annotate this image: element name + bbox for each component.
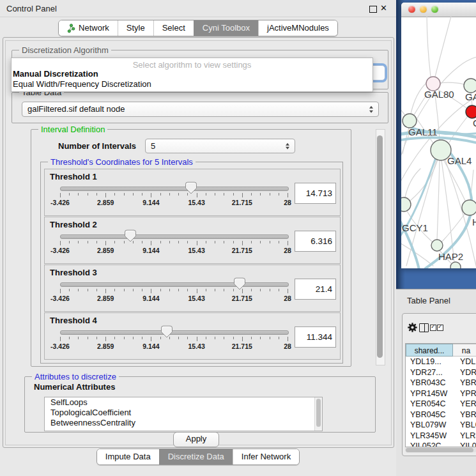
threshold-4-slider[interactable]: -3.4262.8599.14415.4321.71528 — [60, 313, 288, 359]
tab-select[interactable]: Select — [153, 20, 194, 36]
number-of-intervals-combobox[interactable]: 5 — [145, 139, 295, 153]
checkbox-icon[interactable] — [430, 325, 436, 331]
slider-thumb[interactable] — [185, 181, 197, 194]
list-scrollbar[interactable] — [314, 397, 322, 431]
network-node-c[interactable] — [466, 105, 476, 118]
threshold-3-box: Threshold 3-3.4262.8599.14415.4321.71528… — [44, 265, 341, 312]
tab-network[interactable]: Network — [59, 20, 118, 36]
scrollbar-thumb[interactable] — [377, 135, 383, 358]
close-icon[interactable]: ✕ — [380, 3, 387, 13]
table-row[interactable]: YBR045CYBR0 — [406, 410, 476, 420]
group-title: Discretization Algorithm — [19, 45, 111, 55]
vertical-scrollbar[interactable] — [376, 129, 385, 365]
network-node-hap2[interactable] — [431, 240, 443, 251]
network-node-gal11[interactable] — [403, 114, 417, 128]
threshold-4-value-field[interactable]: 11.344 — [295, 326, 336, 348]
table-row[interactable]: YDL19...YDL1 — [406, 357, 476, 367]
tab-label: Infer Network — [242, 449, 291, 464]
network-node-gcy1[interactable] — [401, 197, 411, 211]
list-item-selfloops[interactable]: SelfLoops — [45, 397, 322, 408]
apply-button[interactable]: Apply — [173, 432, 219, 447]
tick-label: 9.144 — [142, 247, 159, 254]
table-row[interactable]: YDR27...YDR2 — [406, 367, 476, 378]
cell-shared-name: YER054C — [406, 399, 456, 410]
slider-thumb[interactable] — [125, 229, 137, 242]
slider-thumb[interactable] — [161, 325, 173, 338]
dropdown-item-equal-width-frequency-discretization[interactable]: Equal Width/Frequency Discretization — [13, 79, 151, 89]
table-row[interactable]: YPR145WYPR1 — [406, 388, 476, 399]
threshold-1-slider[interactable]: -3.4262.8599.14415.4321.71528 — [60, 169, 288, 215]
table-data-combobox[interactable]: galFiltered.sif default node — [22, 102, 379, 117]
tick-label: 9.144 — [142, 342, 159, 350]
table-row[interactable]: YBL079WYBL0 — [406, 420, 476, 431]
network-edge[interactable] — [442, 213, 465, 242]
network-edge[interactable] — [427, 17, 431, 77]
table-panel-title: Table Panel — [407, 296, 450, 305]
close-traffic-light-icon[interactable] — [408, 6, 415, 13]
table-row[interactable]: YLR345WYLR3 — [406, 431, 476, 441]
tab-infer-network[interactable]: Infer Network — [233, 449, 299, 464]
tab-impute-data[interactable]: Impute Data — [97, 449, 159, 464]
threshold-3-value-field[interactable]: 21.4 — [295, 279, 336, 300]
gear-icon[interactable] — [407, 322, 418, 333]
network-node-node[interactable] — [450, 262, 461, 268]
threshold-1-box: Threshold 1-3.4262.8599.14415.4321.71528… — [44, 169, 341, 216]
table-row[interactable]: YIL052CYIL0 — [406, 441, 476, 447]
network-edge[interactable] — [435, 17, 452, 77]
network-window-titlebar — [401, 3, 476, 17]
slider-ticks — [60, 337, 288, 342]
minimize-traffic-light-icon[interactable] — [420, 6, 427, 13]
zoom-traffic-light-icon[interactable] — [431, 6, 438, 13]
network-node-h[interactable] — [462, 200, 476, 215]
combobox-value: 5 — [146, 139, 295, 151]
tick-label: -3.426 — [50, 199, 70, 206]
threshold-2-value-field[interactable]: 6.316 — [295, 231, 336, 252]
network-node-label-hap2: HAP2 — [438, 251, 463, 262]
tick-label: 15.43 — [188, 247, 204, 254]
cell-name: YBL0 — [456, 420, 476, 431]
cell-name: YBR0 — [456, 410, 476, 420]
network-edge[interactable] — [437, 160, 440, 240]
cell-name: YDL1 — [456, 357, 476, 367]
table-row[interactable]: YER054CYER0 — [406, 399, 476, 410]
horizontal-scrollbar[interactable] — [405, 447, 476, 452]
tab-jactivemnodules[interactable]: jActiveMNodules — [258, 20, 337, 36]
column-header-shared-[interactable]: shared... — [406, 344, 453, 357]
interval-definition-group: Interval Definition Number of Intervals … — [31, 129, 351, 367]
table-row[interactable]: YBR043CYBR0 — [406, 378, 476, 388]
tab-cyni-toolbox[interactable]: Cyni Toolbox — [194, 20, 258, 36]
desktop-background: GAL80GACGAL11GAL4GCY1HHAP2 Table Panel — [396, 0, 476, 476]
dropdown-item-manual-discretization[interactable]: Manual Discretization — [13, 69, 98, 79]
threshold-2-slider[interactable]: -3.4262.8599.14415.4321.71528 — [60, 217, 288, 263]
tick-label: 21.715 — [232, 247, 252, 254]
tab-discretize-data[interactable]: Discretize Data — [159, 449, 233, 464]
slider-ticks — [60, 289, 288, 295]
list-item-betweennesscentrality[interactable]: BetweennessCentrality — [45, 418, 322, 428]
tab-label: Impute Data — [105, 449, 151, 464]
tick-label: 21.715 — [232, 342, 252, 350]
tab-style[interactable]: Style — [118, 20, 153, 36]
table-header-row: shared...na — [406, 344, 476, 357]
threshold-3-slider[interactable]: -3.4262.8599.14415.4321.71528 — [60, 265, 288, 311]
network-node-ga[interactable] — [464, 79, 476, 93]
slider-thumb[interactable] — [234, 277, 246, 290]
float-window-icon[interactable] — [369, 6, 377, 13]
list-item-topologicalcoefficient[interactable]: TopologicalCoefficient — [45, 408, 322, 418]
scrollbar-thumb[interactable] — [406, 448, 473, 452]
scrollbar-thumb[interactable] — [316, 399, 321, 427]
tab-label: Network — [79, 20, 109, 36]
network-canvas[interactable]: GAL80GACGAL11GAL4GCY1HHAP2 — [401, 17, 476, 268]
column-header-na[interactable]: na — [453, 344, 476, 357]
table-data-group: Table Data galFiltered.sif default node — [12, 92, 388, 123]
slider-tick-labels: -3.4262.8599.14415.4321.71528 — [60, 342, 288, 350]
cell-shared-name: YDL19... — [406, 357, 456, 367]
numerical-attributes-list[interactable]: SelfLoopsTopologicalCoefficientBetweenne… — [44, 397, 323, 431]
network-edge[interactable] — [401, 213, 419, 268]
threshold-4-box: Threshold 4-3.4262.8599.14415.4321.71528… — [44, 312, 341, 360]
network-view-window: GAL80GACGAL11GAL4GCY1HHAP2 — [401, 3, 476, 268]
split-columns-icon[interactable] — [419, 323, 429, 332]
tab-label: Style — [127, 20, 145, 36]
dropdown-placeholder-item[interactable]: Select algorithm to view settings — [12, 60, 372, 70]
checkbox-icon[interactable] — [437, 325, 443, 331]
threshold-1-value-field[interactable]: 14.713 — [295, 183, 336, 204]
